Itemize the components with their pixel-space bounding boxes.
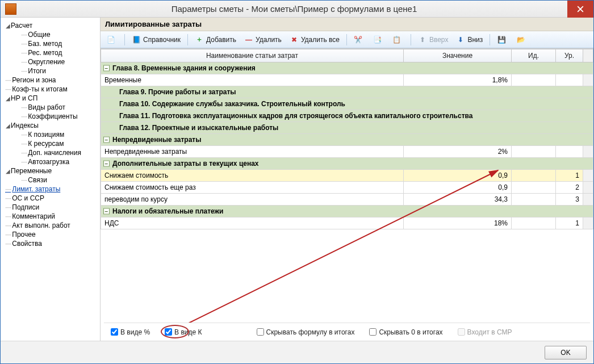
as-coeff-checkbox[interactable]: В виде К — [165, 328, 202, 336]
sidebar-item[interactable]: ·····Округление — [3, 57, 98, 66]
table-row[interactable]: Глава 9. Прочие работы и затраты — [101, 86, 593, 98]
sidebar-item[interactable]: ·····Прочее — [3, 230, 98, 239]
as-percent-input[interactable] — [111, 328, 118, 336]
open-button[interactable]: 📂 — [513, 34, 531, 46]
collapse-icon[interactable]: − — [103, 65, 110, 72]
tree-branch-icon: ····· — [21, 49, 28, 56]
copy-button[interactable]: 📑 — [370, 34, 388, 46]
table-row[interactable]: −Глава 8. Временные здания и сооружения — [101, 62, 593, 74]
grid-scroll-area[interactable]: Наименование статьи затрат Значение Ид. … — [101, 48, 593, 323]
cell-id[interactable] — [512, 170, 556, 182]
cell-name[interactable]: Снижаем стоимость — [101, 170, 404, 182]
sidebar-item[interactable]: ·····Регион и зона — [3, 76, 98, 85]
sidebar-item[interactable]: ·····Лимит. затраты — [3, 185, 98, 194]
sidebar-item[interactable]: ·····Рес. метод — [3, 48, 98, 57]
sidebar-item[interactable]: ·····Комментарий — [3, 212, 98, 221]
cell-name[interactable]: переводим по курсу — [101, 194, 404, 206]
cell-name[interactable]: Непредвиденные затраты — [101, 146, 404, 158]
ok-button[interactable]: OK — [545, 346, 587, 359]
cell-level[interactable]: 3 — [556, 194, 583, 206]
sidebar-item[interactable]: ·····Свойства — [3, 239, 98, 248]
cell-name[interactable]: Снижаем стоимость еще раз — [101, 182, 404, 194]
delete-all-button[interactable]: ✖ Удалить все — [286, 34, 343, 46]
cell-id[interactable] — [512, 74, 556, 86]
sidebar-item[interactable]: ·····Коэф-ты к итогам — [3, 85, 98, 94]
cell-level[interactable]: 1 — [556, 170, 583, 182]
hide-formula-checkbox[interactable]: Скрывать формулу в итогах — [257, 328, 355, 336]
cell-name[interactable]: Временные — [101, 74, 404, 86]
paste-button[interactable]: 📋 — [389, 34, 407, 46]
sidebar-item-label: Акт выполн. работ — [12, 221, 70, 229]
sidebar-item[interactable]: ·····Общие — [3, 30, 98, 39]
table-row[interactable]: Снижаем стоимость0,91 — [101, 170, 593, 182]
as-coeff-input[interactable] — [165, 328, 172, 336]
costs-grid[interactable]: Наименование статьи затрат Значение Ид. … — [101, 49, 593, 229]
close-button[interactable] — [567, 1, 593, 18]
table-row[interactable]: Глава 12. Проектные и изыскательные рабо… — [101, 122, 593, 134]
reference-button[interactable]: 📘 Справочник — [128, 34, 184, 46]
sidebar-item[interactable]: ◢Расчет — [3, 21, 98, 30]
as-percent-checkbox[interactable]: В виде % — [111, 328, 150, 336]
sidebar-item[interactable]: ·····Автозагрузка — [3, 157, 98, 166]
table-row[interactable]: НДС18%1 — [101, 217, 593, 229]
sidebar-item[interactable]: ·····Итоги — [3, 66, 98, 76]
cell-value[interactable]: 0,9 — [404, 170, 512, 182]
col-name[interactable]: Наименование статьи затрат — [101, 49, 404, 62]
sidebar-item[interactable]: ·····Баз. метод — [3, 39, 98, 48]
col-id[interactable]: Ид. — [512, 49, 556, 62]
toolbar-new-icon[interactable]: 📄 — [103, 34, 121, 46]
cell-id[interactable] — [512, 182, 556, 194]
dialog-footer: OK — [1, 341, 593, 363]
sidebar-item-label: Доп. начисления — [28, 149, 81, 157]
cell-level[interactable] — [556, 74, 583, 86]
down-button[interactable]: ⬇ Вниз — [453, 34, 486, 46]
table-row[interactable]: Непредвиденные затраты2% — [101, 146, 593, 158]
sidebar-item[interactable]: ·····Подписи — [3, 203, 98, 212]
hide-zero-input[interactable] — [369, 328, 377, 336]
add-button[interactable]: ＋ Добавить — [191, 34, 240, 46]
table-row[interactable]: −Дополнительные затраты в текущих ценах — [101, 158, 593, 170]
sidebar-item[interactable]: ·····Виды работ — [3, 103, 98, 112]
col-level[interactable]: Ур. — [556, 49, 583, 62]
cell-value[interactable]: 2% — [404, 146, 512, 158]
delete-button[interactable]: — Удалить — [241, 34, 285, 46]
hide-zero-checkbox[interactable]: Скрывать 0 в итогах — [369, 328, 442, 336]
sidebar-item[interactable]: ·····Связи — [3, 175, 98, 185]
table-row[interactable]: Глава 11. Подготовка эксплуатационных ка… — [101, 110, 593, 122]
collapse-icon[interactable]: − — [103, 208, 110, 215]
table-row[interactable]: Временные1,8% — [101, 74, 593, 86]
cell-level[interactable]: 1 — [556, 217, 583, 229]
sidebar-item[interactable]: ·····К ресурсам — [3, 139, 98, 148]
cell-level[interactable] — [556, 146, 583, 158]
cell-value[interactable]: 1,8% — [404, 74, 512, 86]
sidebar-item[interactable]: ·····Акт выполн. работ — [3, 221, 98, 230]
cut-button[interactable]: ✂️ — [350, 34, 369, 46]
sidebar-item[interactable]: ·····ОС и ССР — [3, 194, 98, 203]
sidebar-tree[interactable]: ◢Расчет·····Общие·····Баз. метод·····Рес… — [1, 18, 101, 341]
collapse-icon[interactable]: − — [103, 137, 110, 143]
save-button[interactable]: 💾 — [493, 34, 512, 46]
table-row[interactable]: Снижаем стоимость еще раз0,92 — [101, 182, 593, 194]
up-button[interactable]: ⬆ Вверх — [415, 34, 451, 46]
cell-level[interactable]: 2 — [556, 182, 583, 194]
cell-id[interactable] — [512, 194, 556, 206]
sidebar-item[interactable]: ·····Доп. начисления — [3, 148, 98, 157]
cell-value[interactable]: 18% — [404, 217, 512, 229]
table-row[interactable]: переводим по курсу34,33 — [101, 194, 593, 206]
sidebar-item[interactable]: ·····К позициям — [3, 130, 98, 139]
sidebar-item[interactable]: ·····Коэффициенты — [3, 112, 98, 121]
col-value[interactable]: Значение — [404, 49, 512, 62]
cell-id[interactable] — [512, 217, 556, 229]
sidebar-item[interactable]: ◢Индексы — [3, 121, 98, 130]
table-row[interactable]: −Налоги и обязательные платежи — [101, 206, 593, 217]
table-row[interactable]: −Непредвиденные затраты — [101, 134, 593, 146]
sidebar-item[interactable]: ◢НР и СП — [3, 94, 98, 103]
collapse-icon[interactable]: − — [103, 161, 110, 167]
hide-formula-input[interactable] — [257, 328, 264, 336]
cell-name[interactable]: НДС — [101, 217, 404, 229]
cell-id[interactable] — [512, 146, 556, 158]
table-row[interactable]: Глава 10. Содержание службы заказчика. С… — [101, 98, 593, 110]
cell-value[interactable]: 0,9 — [404, 182, 512, 194]
cell-value[interactable]: 34,3 — [404, 194, 512, 206]
sidebar-item[interactable]: ◢Переменные — [3, 166, 98, 175]
